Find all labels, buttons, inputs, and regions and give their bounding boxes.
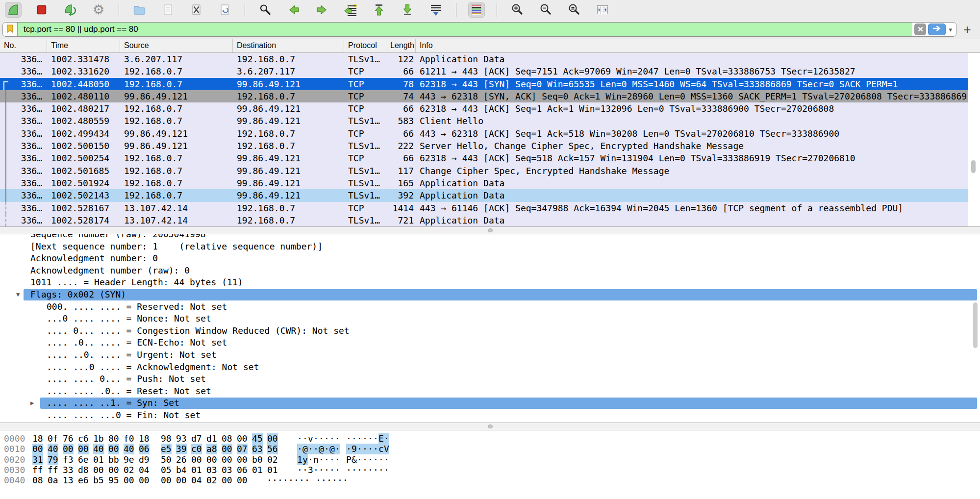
go-back-button[interactable] (285, 2, 302, 18)
detail-line[interactable]: .... .... .0.. = Reset: Not set (0, 385, 980, 398)
hex-row[interactable]: 00203179f36e01bb9ed9502600000000b0021y·n… (0, 454, 980, 465)
detail-text: .... .... ..1. = Syn: Set (47, 397, 179, 409)
detail-line[interactable]: Acknowledgment number: 0 (0, 252, 980, 265)
close-file-button[interactable] (188, 2, 204, 18)
detail-line[interactable]: .... ...0 .... = Acknowledgment: Not set (0, 361, 980, 374)
go-forward-button[interactable] (314, 2, 330, 18)
no-cell: 336… (0, 115, 47, 127)
column-header-protocol[interactable]: Protocol (344, 39, 386, 52)
pane-splitter-bottom[interactable] (0, 423, 980, 430)
packet-row[interactable]: 336…1002.48011099.86.49.121192.168.0.7TC… (0, 90, 968, 102)
column-header-length[interactable]: Length (386, 39, 416, 52)
detail-line[interactable]: Sequence number (raw): 2005041998 (0, 234, 980, 241)
detail-line[interactable]: .... .... ...0 = Fin: Not set (0, 409, 980, 422)
column-header-info[interactable]: Info (416, 39, 968, 52)
packet-row[interactable]: 336…1002.500254192.168.0.799.86.49.121TC… (0, 152, 968, 164)
hex-row[interactable]: 0030ffff33d80000020405b4010303060101··3·… (0, 465, 980, 475)
detail-line[interactable]: ...0 .... .... = Nonce: Not set (0, 313, 980, 325)
length-cell: 583 (386, 115, 416, 127)
hex-row[interactable]: 0040080a13e6b5950000000004020000········… (0, 475, 980, 485)
packet-bytes-pane: 0000180f76c61b80f0189893d7d108004500··v·… (0, 430, 980, 499)
length-cell: 1414 (386, 202, 416, 214)
column-header-source[interactable]: Source (120, 39, 233, 52)
display-filter-input[interactable]: tcp.port == 80 || udp.port == 80 (18, 23, 912, 36)
packet-row[interactable]: 336…1002.52816713.107.42.14192.168.0.7TC… (0, 202, 968, 214)
packet-row[interactable]: 336…1002.501924192.168.0.799.86.49.121TL… (0, 177, 968, 189)
column-header-time[interactable]: Time (47, 39, 120, 52)
info-cell: Client Hello (416, 115, 968, 127)
stop-capture-button[interactable] (33, 2, 50, 18)
detail-line[interactable]: .... ..0. .... = Urgent: Not set (0, 349, 980, 361)
source-cell: 192.168.0.7 (120, 152, 233, 164)
table-fit-icon (596, 3, 609, 17)
colorize-button[interactable] (468, 2, 485, 18)
detail-line[interactable]: ▶.... .... ..1. = Syn: Set (0, 397, 980, 409)
packet-row[interactable]: 336…1002.480559192.168.0.799.86.49.121TL… (0, 115, 968, 127)
source-cell: 192.168.0.7 (120, 65, 233, 77)
length-cell: 66 (386, 127, 416, 140)
no-cell: 336… (0, 165, 47, 177)
column-header-no[interactable]: No. (0, 39, 47, 52)
collapse-arrow-icon[interactable]: ▼ (16, 289, 20, 301)
detail-line[interactable]: ▼Flags: 0x002 (SYN) (0, 289, 980, 301)
bookmark-icon (6, 24, 14, 35)
resize-columns-button[interactable] (594, 2, 611, 18)
column-header-destination[interactable]: Destination (233, 39, 344, 52)
packet-row[interactable]: 336…1002.502143192.168.0.799.86.49.121TL… (0, 189, 968, 201)
capture-options-button[interactable]: ⚙ (90, 2, 107, 18)
pane-splitter-top[interactable] (0, 226, 980, 234)
open-file-button[interactable] (131, 2, 148, 18)
hex-offset: 0030 (4, 465, 26, 475)
zoom-out-button[interactable] (537, 2, 554, 18)
destination-cell: 192.168.0.7 (233, 53, 344, 65)
info-cell: Server Hello, Change Cipher Spec, Encryp… (416, 140, 968, 152)
go-to-packet-button[interactable] (342, 2, 359, 18)
destination-cell: 3.6.207.117 (233, 65, 344, 77)
find-packet-button[interactable] (257, 2, 274, 18)
save-file-button[interactable] (159, 2, 176, 18)
detail-line[interactable]: 1011 .... = Header Length: 44 bytes (11) (0, 276, 980, 289)
display-filter-field[interactable]: tcp.port == 80 || udp.port == 80 ✕ ▾ (2, 22, 956, 37)
packet-row[interactable]: 336…1002.50015099.86.49.121192.168.0.7TL… (0, 140, 968, 152)
add-filter-button[interactable]: + (959, 21, 975, 38)
packet-row[interactable]: 336…1002.501685192.168.0.799.86.49.121TL… (0, 165, 968, 177)
detail-line[interactable]: .... .... 0... = Push: Not set (0, 373, 980, 385)
reload-file-button[interactable] (216, 2, 233, 18)
hex-bytes: ffff33d80000020405b4010303060101 (32, 465, 282, 475)
detail-line[interactable]: [Next sequence number: 1 (relative seque… (0, 241, 980, 253)
packet-row[interactable]: 336…1002.49943499.86.49.121192.168.0.7TC… (0, 127, 968, 140)
detail-line[interactable]: .... 0... .... = Congestion Window Reduc… (0, 325, 980, 337)
packet-row[interactable]: 336…1002.3314783.6.207.117192.168.0.7TLS… (0, 53, 968, 65)
hex-row[interactable]: 0000180f76c61b80f0189893d7d108004500··v·… (0, 433, 980, 444)
protocol-cell: TCP (344, 127, 386, 140)
zoom-in-button[interactable] (509, 2, 526, 18)
detail-line[interactable]: .... .0.. .... = ECN-Echo: Not set (0, 337, 980, 349)
auto-scroll-button[interactable] (427, 2, 444, 18)
source-cell: 192.168.0.7 (120, 177, 233, 189)
filter-bookmark-button[interactable] (3, 23, 18, 36)
no-cell: 336… (0, 78, 47, 90)
ascii-bytes: ·@··@·@··9····cV (297, 444, 389, 454)
detail-line[interactable]: Acknowledgment number (raw): 0 (0, 265, 980, 277)
packet-list-scrollbar-thumb[interactable] (971, 160, 976, 173)
apply-filter-button[interactable] (928, 24, 946, 35)
packet-row[interactable]: 336…1002.331620192.168.0.73.6.207.117TCP… (0, 65, 968, 77)
packet-row[interactable]: 336…1002.52817413.107.42.14192.168.0.7TL… (0, 214, 968, 226)
go-last-packet-button[interactable] (399, 2, 416, 18)
filter-dropdown-button[interactable]: ▾ (948, 26, 953, 33)
go-first-packet-button[interactable] (371, 2, 387, 18)
detail-line[interactable]: 000. .... .... = Reserved: Not set (0, 301, 980, 313)
restart-capture-button[interactable] (62, 2, 78, 18)
detail-text: Acknowledgment number (raw): 0 (30, 265, 190, 277)
expand-arrow-icon[interactable]: ▶ (30, 397, 34, 409)
start-capture-button[interactable] (5, 2, 22, 18)
packet-row[interactable]: 336…1002.448050192.168.0.799.86.49.121TC… (0, 78, 968, 90)
packet-row[interactable]: 336…1002.480217192.168.0.799.86.49.121TC… (0, 102, 968, 115)
hex-row[interactable]: 00100040000040004006e539c0a800076356·@··… (0, 444, 980, 454)
no-cell: 336… (0, 177, 47, 189)
info-cell: 61211 → 443 [ACK] Seq=7151 Ack=97069 Win… (416, 65, 968, 77)
zoom-100-button[interactable] (566, 2, 582, 18)
toolbar-separator (245, 3, 245, 17)
clear-filter-button[interactable]: ✕ (914, 24, 926, 35)
details-scrollbar-thumb[interactable] (973, 302, 978, 348)
